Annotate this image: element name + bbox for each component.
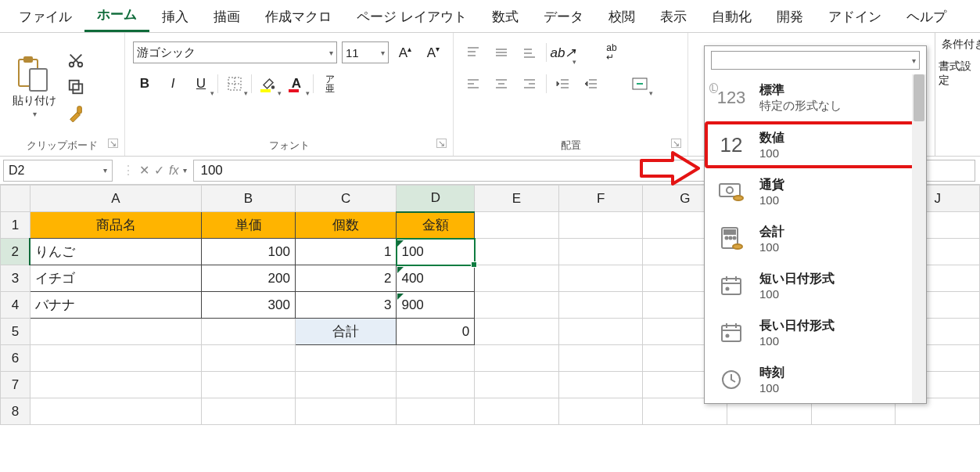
borders-button[interactable]: ▾ bbox=[223, 72, 246, 95]
cell-A2[interactable]: りんご bbox=[30, 239, 201, 265]
format-option-number[interactable]: 12 数値100 bbox=[705, 121, 926, 168]
fx-icon[interactable]: fx bbox=[169, 164, 178, 178]
cell-A1[interactable]: 商品名 bbox=[30, 212, 201, 239]
menu-file[interactable]: ファイル bbox=[6, 3, 84, 32]
cell-F1[interactable] bbox=[558, 212, 643, 239]
decrease-font-button[interactable]: A▾ bbox=[422, 41, 445, 64]
indent-increase-button[interactable] bbox=[580, 72, 603, 95]
wrap-text-button[interactable]: ab ↵ bbox=[600, 41, 623, 64]
cell-C3[interactable]: 2 bbox=[295, 265, 397, 292]
phonetic-button[interactable]: ア 亜 bbox=[318, 72, 342, 95]
cell-E4[interactable] bbox=[475, 292, 559, 319]
menu-home[interactable]: ホーム bbox=[84, 1, 149, 32]
cell-D2[interactable]: 100 bbox=[397, 239, 475, 265]
orientation-button[interactable]: ab↗▾ bbox=[551, 41, 575, 64]
cancel-formula-button[interactable]: ✕ bbox=[139, 163, 149, 178]
cell-A5[interactable] bbox=[30, 319, 201, 345]
row-header-8[interactable]: 8 bbox=[1, 398, 31, 425]
cell-E5[interactable] bbox=[475, 319, 559, 345]
cell-A4[interactable]: バナナ bbox=[30, 292, 201, 319]
merge-button[interactable]: ▾ bbox=[628, 72, 652, 95]
col-header-C[interactable]: C bbox=[295, 186, 397, 212]
bold-button[interactable]: B bbox=[133, 72, 156, 95]
cell-B1[interactable]: 単価 bbox=[202, 212, 296, 239]
cell-D4[interactable]: 900 bbox=[397, 292, 475, 319]
number-format-select[interactable]: ▾ bbox=[711, 51, 920, 70]
cell-E2[interactable] bbox=[475, 239, 559, 265]
cell-A8[interactable] bbox=[30, 398, 201, 425]
menu-macro[interactable]: 作成マクロ bbox=[253, 3, 344, 32]
format-option-currency[interactable]: 通貨100 bbox=[705, 168, 926, 215]
cell-B2[interactable]: 100 bbox=[202, 239, 296, 265]
fill-color-button[interactable]: ▾ bbox=[257, 72, 280, 95]
row-header-6[interactable]: 6 bbox=[1, 345, 31, 372]
menu-insert[interactable]: 挿入 bbox=[149, 3, 201, 32]
col-header-E[interactable]: E bbox=[475, 186, 559, 212]
dialog-launcher-icon[interactable]: ↘ bbox=[436, 139, 447, 148]
cell-A6[interactable] bbox=[30, 345, 201, 372]
cell-C1[interactable]: 個数 bbox=[295, 212, 397, 239]
cell-D5[interactable]: 0 bbox=[397, 319, 475, 345]
scrollbar-thumb[interactable] bbox=[914, 74, 924, 121]
cut-button[interactable] bbox=[66, 50, 86, 70]
font-name-select[interactable]: 游ゴシック▾ bbox=[133, 41, 337, 63]
menu-formula[interactable]: 数式 bbox=[479, 3, 531, 32]
format-option-longdate[interactable]: 長い日付形式100 bbox=[705, 309, 926, 356]
copy-button[interactable] bbox=[66, 77, 86, 97]
format-option-accounting[interactable]: 会計100 bbox=[705, 215, 926, 262]
align-bottom-button[interactable] bbox=[518, 41, 541, 64]
menu-review[interactable]: 校閲 bbox=[596, 3, 648, 32]
cell-E3[interactable] bbox=[475, 265, 559, 292]
format-option-time[interactable]: 時刻100 bbox=[705, 356, 926, 403]
menu-layout[interactable]: ページ レイアウト bbox=[344, 3, 479, 32]
cell-B3[interactable]: 200 bbox=[202, 265, 296, 292]
cell-C2[interactable]: 1 bbox=[295, 239, 397, 265]
menu-automate[interactable]: 自動化 bbox=[699, 3, 764, 32]
increase-font-button[interactable]: A▴ bbox=[393, 41, 417, 64]
row-header-5[interactable]: 5 bbox=[1, 319, 31, 345]
format-option-general[interactable]: L123 標準特定の形式なし bbox=[705, 74, 926, 121]
dialog-launcher-icon[interactable]: ↘ bbox=[671, 139, 681, 148]
menu-develop[interactable]: 開発 bbox=[764, 3, 816, 32]
row-header-4[interactable]: 4 bbox=[1, 292, 31, 319]
paste-button[interactable]: 貼り付け ▾ bbox=[8, 52, 61, 121]
cell-F2[interactable] bbox=[558, 239, 643, 265]
cell-F5[interactable] bbox=[558, 319, 643, 345]
cell-F3[interactable] bbox=[558, 265, 643, 292]
row-header-7[interactable]: 7 bbox=[1, 372, 31, 398]
underline-button[interactable]: U▾ bbox=[189, 72, 213, 95]
format-option-shortdate[interactable]: 短い日付形式100 bbox=[705, 262, 926, 309]
dropdown-scrollbar[interactable] bbox=[912, 74, 926, 403]
cell-A7[interactable] bbox=[30, 372, 201, 398]
font-size-select[interactable]: 11▾ bbox=[342, 41, 389, 63]
row-header-2[interactable]: 2 bbox=[1, 239, 31, 265]
col-header-A[interactable]: A bbox=[30, 186, 201, 212]
name-box[interactable]: D2▾ bbox=[3, 160, 113, 182]
dialog-launcher-icon[interactable]: ↘ bbox=[108, 139, 118, 148]
menu-data[interactable]: データ bbox=[531, 3, 596, 32]
align-right-button[interactable] bbox=[518, 72, 541, 95]
enter-formula-button[interactable]: ✓ bbox=[154, 163, 164, 178]
italic-button[interactable]: I bbox=[161, 72, 185, 95]
col-header-B[interactable]: B bbox=[202, 186, 296, 212]
row-header-1[interactable]: 1 bbox=[1, 212, 31, 239]
align-middle-button[interactable] bbox=[490, 41, 513, 64]
cell-B5[interactable] bbox=[202, 319, 296, 345]
menu-help[interactable]: ヘルプ bbox=[894, 3, 959, 32]
menu-draw[interactable]: 描画 bbox=[201, 3, 253, 32]
cell-B4[interactable]: 300 bbox=[202, 292, 296, 319]
cell-D1[interactable]: 金額 bbox=[397, 212, 475, 239]
col-header-F[interactable]: F bbox=[558, 186, 643, 212]
row-header-3[interactable]: 3 bbox=[1, 265, 31, 292]
cell-F4[interactable] bbox=[558, 292, 643, 319]
cell-C4[interactable]: 3 bbox=[295, 292, 397, 319]
col-header-D[interactable]: D bbox=[397, 186, 475, 212]
font-color-button[interactable]: A▾ bbox=[285, 72, 308, 95]
menu-view[interactable]: 表示 bbox=[648, 3, 699, 32]
cell-E1[interactable] bbox=[475, 212, 559, 239]
cell-A3[interactable]: イチゴ bbox=[30, 265, 201, 292]
align-left-button[interactable] bbox=[461, 72, 485, 95]
align-top-button[interactable] bbox=[461, 41, 485, 64]
format-painter-button[interactable] bbox=[66, 103, 86, 124]
conditional-format-button[interactable]: 条件付き書式▾ bbox=[939, 38, 977, 52]
